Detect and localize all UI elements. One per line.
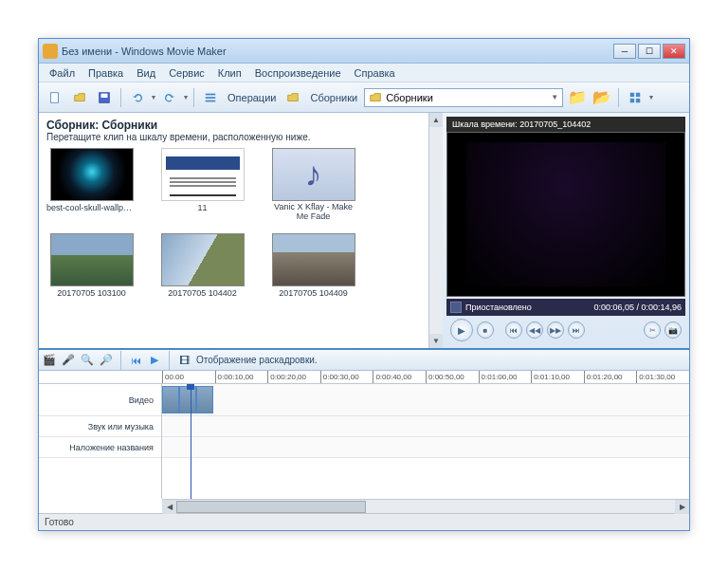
app-window: Без имени - Windows Movie Maker ─ ☐ ✕ Фа… (38, 38, 690, 531)
svg-rect-6 (630, 92, 634, 96)
clip-item[interactable]: 20170705 104409 (268, 233, 358, 298)
next-button[interactable]: ⏭ (568, 321, 585, 339)
scroll-right-icon[interactable]: ▶ (675, 500, 689, 514)
collections-dropdown[interactable]: Сборники ▼ (364, 88, 563, 107)
zoom-in-icon[interactable]: 🔍 (81, 354, 94, 367)
audio-track-label: Звук или музыка (39, 416, 161, 437)
toolbar: ▾ ▾ Операции Сборники Сборники ▼ 📁 📂 ▾ (39, 83, 689, 113)
view-mode-button[interactable] (625, 87, 646, 108)
menu-play[interactable]: Воспроизведение (248, 65, 348, 81)
clip-item[interactable]: best-cool-skull-wallpap... (46, 148, 136, 222)
svg-rect-2 (101, 93, 108, 97)
scroll-up-icon[interactable]: ▲ (429, 113, 443, 127)
preview-screen[interactable] (446, 132, 685, 297)
thumbnail-audio-icon: ♪ (272, 148, 355, 201)
preview-statusbar: Приостановлено 0:00:06,05 / 0:00:14,96 (446, 299, 685, 316)
clip-item[interactable]: 11 (157, 148, 247, 222)
menu-help[interactable]: Справка (348, 65, 402, 81)
thumbnail-image (272, 233, 355, 286)
timeline-clip[interactable] (196, 386, 213, 413)
scroll-thumb[interactable] (176, 501, 366, 513)
scroll-down-icon[interactable]: ▼ (429, 334, 443, 348)
rewind-button[interactable]: ◀◀ (526, 321, 543, 339)
menu-clip[interactable]: Клип (211, 65, 248, 81)
operations-label[interactable]: Операции (225, 92, 279, 103)
title-track[interactable] (162, 437, 689, 458)
timeline-tool-icon[interactable]: 🎬 (43, 354, 56, 367)
rewind-tl-button[interactable]: ⏮ (129, 354, 142, 367)
collections-selected: Сборники (386, 92, 433, 103)
zoom-out-icon[interactable]: 🔎 (100, 354, 113, 367)
minimize-button[interactable]: ─ (613, 44, 636, 59)
titlebar[interactable]: Без имени - Windows Movie Maker ─ ☐ ✕ (39, 39, 689, 64)
undo-button[interactable] (127, 87, 148, 108)
menubar: Файл Правка Вид Сервис Клип Воспроизведе… (39, 64, 689, 83)
timeline-pane: 🎬 🎤 🔍 🔎 ⏮ ▶ 🎞 Отображение раскадровки. 0… (39, 350, 689, 513)
stop-button[interactable]: ■ (477, 321, 494, 339)
statusbar: Готово (39, 513, 689, 530)
storyboard-icon[interactable]: 🎞 (177, 354, 191, 367)
snapshot-button[interactable]: 📷 (664, 321, 682, 339)
monitor-icon (450, 302, 462, 313)
audio-track[interactable] (162, 416, 689, 437)
new-folder-button[interactable]: 📂 (592, 87, 612, 108)
split-button[interactable]: ✂ (644, 321, 661, 339)
timeline-mode-label[interactable]: Отображение раскадровки. (196, 355, 318, 365)
collections-scrollbar[interactable]: ▲▼ (428, 113, 443, 348)
collections-pane: Сборник: Сборники Перетащите клип на шка… (39, 113, 443, 348)
clip-item[interactable]: 20170705 103100 (46, 233, 136, 298)
clip-label: 11 (197, 203, 207, 212)
collections-label[interactable]: Сборники (307, 92, 360, 103)
menu-tools[interactable]: Сервис (162, 65, 211, 81)
thumbnail-image (50, 233, 134, 286)
collection-title: Сборник: Сборники (46, 119, 435, 132)
clip-label: Vanic X Kflay - Make Me Fade (268, 203, 358, 222)
timeline-clip[interactable] (162, 386, 179, 413)
menu-file[interactable]: Файл (43, 65, 82, 81)
folder-icon (369, 91, 382, 104)
clip-label: 20170705 104409 (279, 288, 348, 298)
svg-rect-5 (206, 100, 216, 101)
clip-item[interactable]: ♪Vanic X Kflay - Make Me Fade (268, 148, 358, 222)
clip-label: 20170705 104402 (168, 288, 237, 298)
timeline-clip[interactable] (179, 386, 196, 413)
thumbnail-image (161, 233, 245, 286)
preview-time: 0:00:06,05 / 0:00:14,96 (593, 303, 682, 312)
thumbnail-image (161, 148, 245, 201)
timeline-ruler[interactable]: 00.000:00:10,000:00:20,000:00:30,000:00:… (39, 371, 689, 384)
title-track-label: Наложение названия (39, 437, 161, 458)
collections-icon[interactable] (282, 87, 303, 108)
maximize-button[interactable]: ☐ (638, 44, 661, 59)
play-tl-button[interactable]: ▶ (148, 354, 161, 367)
redo-button[interactable] (159, 87, 180, 108)
video-track-label: Видео⊞ (39, 384, 161, 416)
tasks-icon[interactable] (200, 87, 221, 108)
menu-view[interactable]: Вид (130, 65, 162, 81)
playhead[interactable] (191, 384, 191, 499)
svg-rect-4 (206, 97, 216, 99)
preview-state: Приостановлено (465, 303, 532, 312)
preview-controls: ▶ ■ ⏮ ◀◀ ▶▶ ⏭ ✂ 📷 (446, 316, 685, 344)
clip-label: best-cool-skull-wallpap... (46, 203, 136, 212)
window-title: Без имени - Windows Movie Maker (62, 46, 613, 57)
svg-rect-3 (206, 93, 216, 95)
collection-subtitle: Перетащите клип на шкалу времени, распол… (46, 132, 435, 142)
tracks-area[interactable] (162, 384, 689, 499)
thumbnail-image (50, 148, 134, 201)
clip-item[interactable]: 20170705 104402 (157, 233, 247, 298)
scroll-left-icon[interactable]: ◀ (162, 500, 176, 514)
video-track[interactable] (162, 384, 689, 416)
narration-icon[interactable]: 🎤 (62, 354, 75, 367)
timeline-toolbar: 🎬 🎤 🔍 🔎 ⏮ ▶ 🎞 Отображение раскадровки. (39, 350, 689, 371)
new-button[interactable] (45, 87, 65, 108)
timeline-scrollbar[interactable]: ◀ ▶ (162, 499, 689, 513)
save-button[interactable] (94, 87, 115, 108)
open-button[interactable] (69, 87, 90, 108)
menu-edit[interactable]: Правка (82, 65, 130, 81)
track-labels: Видео⊞ Звук или музыка Наложение названи… (39, 384, 162, 499)
close-button[interactable]: ✕ (663, 44, 685, 59)
prev-button[interactable]: ⏮ (505, 321, 522, 339)
forward-button[interactable]: ▶▶ (547, 321, 564, 339)
play-button[interactable]: ▶ (450, 319, 473, 341)
up-level-button[interactable]: 📁 (567, 87, 588, 108)
